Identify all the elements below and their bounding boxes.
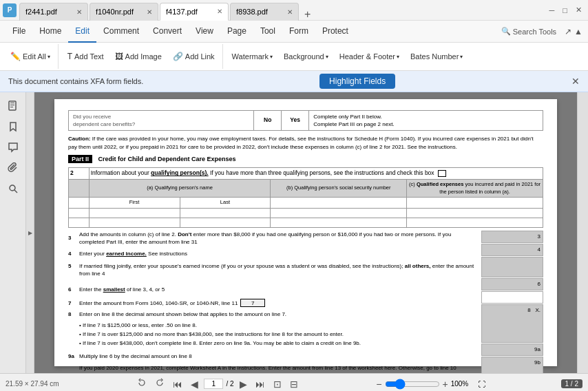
edit-all-button[interactable]: ✏️ Edit All ▾: [6, 50, 55, 63]
zoom-slider[interactable]: [385, 379, 440, 390]
tab-f8938[interactable]: f8938.pdf ✕: [230, 3, 299, 21]
fit-width-button[interactable]: ⊟: [287, 377, 301, 391]
tab-f1040nr[interactable]: f1040nr.pdf ✕: [90, 3, 158, 21]
maximize-button[interactable]: □: [559, 5, 571, 16]
lines-text: 3 Add the amounts in column (c) of line …: [68, 231, 477, 373]
sidebar-icon-search[interactable]: [5, 180, 21, 197]
add-text-icon: T: [67, 52, 72, 61]
content-area[interactable]: Did you receive dependent care benefits?…: [34, 92, 577, 373]
tab-close-f4137[interactable]: ✕: [217, 8, 222, 15]
part-ii-header: Part II Credit for Child and Dependent C…: [68, 155, 543, 164]
right-number-column: 3 4 6 8 X. 9a 9b 10: [481, 231, 543, 373]
xfa-close-button[interactable]: ✕: [571, 76, 580, 87]
fit-page-button[interactable]: ⊡: [271, 377, 284, 391]
watermark-button[interactable]: Watermark ▾: [227, 50, 277, 63]
lines-section: 3 4 6 8 X. 9a 9b 10 3 Add the amounts in…: [68, 231, 543, 373]
svg-rect-0: [9, 101, 16, 110]
main-layout: ▶ Did you receive dependent care benefit…: [0, 92, 588, 373]
tab-form[interactable]: Form: [282, 21, 315, 43]
title-bar: P f2441.pdf ✕ f1040nr.pdf ✕ f4137.pdf ✕ …: [0, 0, 588, 21]
zoom-level-label: 100%: [451, 380, 475, 388]
prev-page-button[interactable]: ◀: [188, 377, 201, 391]
tab-convert[interactable]: Convert: [146, 21, 189, 43]
bottom-bar: 21.59 × 27.94 cm ⏮ ◀ / 2 ▶ ⏭ ⊡ ⊟ − + 100…: [0, 373, 588, 391]
first-page-button[interactable]: ⏮: [170, 377, 185, 391]
zoom-out-button[interactable]: −: [376, 379, 381, 390]
highlight-fields-button[interactable]: Highlight Fields: [319, 74, 395, 89]
sidebar-icon-bookmark[interactable]: [5, 118, 21, 135]
svg-line-5: [14, 190, 17, 193]
tab-file[interactable]: File: [6, 21, 32, 43]
zoom-controls: − + 100% ⛶: [376, 379, 485, 390]
minimize-button[interactable]: ─: [546, 5, 558, 16]
edit-all-icon: ✏️: [10, 52, 21, 61]
tab-edit[interactable]: Edit: [68, 21, 96, 43]
edit-all-dropdown-icon: ▾: [48, 54, 50, 60]
tab-close-f8938[interactable]: ✕: [287, 8, 293, 16]
page-indicator: 1 / 2: [561, 379, 582, 388]
last-page-button[interactable]: ⏭: [253, 377, 268, 391]
search-tools-button[interactable]: 🔍 Search Tools: [496, 25, 562, 37]
svg-rect-3: [10, 107, 13, 107]
ribbon-group-page-elements: Watermark ▾ Background ▾ Header & Footer…: [224, 44, 471, 69]
add-link-icon: 🔗: [173, 52, 183, 61]
tab-comment[interactable]: Comment: [96, 21, 146, 43]
ribbon-group-edit: ✏️ Edit All ▾: [3, 44, 59, 69]
window-controls: ─ □ ✕: [546, 4, 585, 16]
left-sidebar: [0, 92, 26, 373]
rotate-left-button[interactable]: [134, 377, 149, 391]
add-link-button[interactable]: 🔗 Add Link: [168, 50, 220, 63]
sidebar-expand-handle[interactable]: ▶: [26, 92, 34, 373]
background-button[interactable]: Background ▾: [279, 50, 333, 63]
ribbon: File Home Edit Comment Convert View Page…: [0, 21, 588, 71]
ribbon-up-button[interactable]: ▲: [574, 27, 582, 36]
add-text-button[interactable]: T Add Text: [63, 50, 109, 63]
next-page-button[interactable]: ▶: [237, 377, 250, 391]
bottom-navigation: ⏮ ◀ / 2 ▶ ⏭ ⊡ ⊟: [134, 377, 300, 391]
background-dropdown-icon: ▾: [326, 54, 328, 60]
new-tab-button[interactable]: +: [300, 8, 315, 21]
xfa-notice-bar: This document contains XFA form fields. …: [0, 71, 588, 92]
sidebar-icon-comment[interactable]: [5, 139, 21, 156]
svg-rect-2: [10, 105, 14, 105]
bates-number-dropdown-icon: ▾: [460, 54, 463, 60]
sidebar-icon-pages[interactable]: [5, 98, 21, 114]
ribbon-tabs-row: File Home Edit Comment Convert View Page…: [0, 21, 588, 43]
zoom-in-button[interactable]: +: [443, 379, 448, 390]
yes-label: Yes: [286, 116, 304, 125]
ribbon-group-content: T Add Text 🖼 Add Image 🔗 Add Link: [60, 44, 223, 69]
tab-f2441[interactable]: f2441.pdf ✕: [19, 3, 88, 21]
close-button[interactable]: ✕: [572, 4, 585, 16]
search-tools-icon: 🔍: [501, 27, 511, 36]
fullscreen-button[interactable]: ⛶: [478, 380, 485, 388]
xfa-notice-text: This document contains XFA form fields.: [8, 77, 143, 85]
expand-button[interactable]: ↗: [565, 27, 571, 36]
add-image-icon: 🖼: [115, 52, 123, 61]
tab-tool[interactable]: Tool: [253, 21, 282, 43]
right-scrollbar[interactable]: [577, 92, 588, 373]
svg-rect-1: [10, 103, 14, 103]
header-footer-button[interactable]: Header & Footer ▾: [335, 50, 404, 63]
tab-home[interactable]: Home: [32, 21, 68, 43]
header-footer-dropdown-icon: ▾: [397, 54, 399, 60]
no-label: No: [258, 116, 277, 125]
tab-close-f1040nr[interactable]: ✕: [147, 8, 152, 16]
dimensions-label: 21.59 × 27.94 cm: [6, 380, 59, 388]
svg-point-4: [10, 185, 15, 191]
tab-f4137[interactable]: f4137.pdf ✕: [160, 3, 229, 21]
tab-protect[interactable]: Protect: [315, 21, 355, 43]
ribbon-commands: ✏️ Edit All ▾ T Add Text 🖼 Add Image 🔗 A…: [0, 43, 588, 70]
tabs-container: f2441.pdf ✕ f1040nr.pdf ✕ f4137.pdf ✕ f8…: [19, 0, 543, 21]
app-icon: P: [3, 3, 17, 17]
add-image-button[interactable]: 🖼 Add Image: [110, 50, 167, 63]
pdf-page: Did you receive dependent care benefits?…: [54, 99, 557, 366]
tab-page[interactable]: Page: [220, 21, 253, 43]
tab-close-f2441[interactable]: ✕: [76, 8, 82, 16]
rotate-right-button[interactable]: [152, 377, 167, 391]
watermark-dropdown-icon: ▾: [270, 54, 273, 60]
page-number-input[interactable]: [204, 379, 223, 389]
bates-number-button[interactable]: Bates Number ▾: [406, 50, 468, 63]
sidebar-icon-attachment[interactable]: [5, 160, 21, 176]
caution-text: Caution: If the care was provided in you…: [68, 135, 543, 150]
tab-view[interactable]: View: [189, 21, 220, 43]
